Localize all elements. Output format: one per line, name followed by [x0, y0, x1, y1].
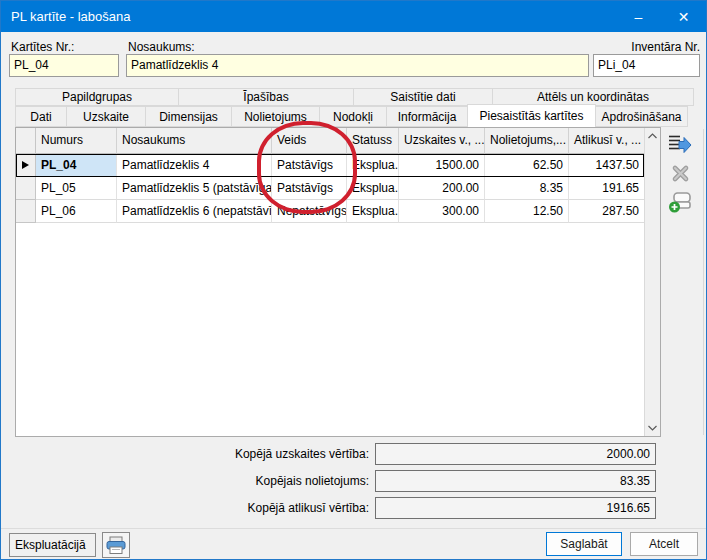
- minimize-icon: –: [635, 9, 643, 25]
- col-numurs[interactable]: Numurs: [36, 128, 117, 154]
- table-row[interactable]: PL_05 Pamatlīdzeklis 5 (patstāvīga) Pats…: [16, 177, 644, 200]
- inventory-nr-label: Inventāra Nr.: [593, 40, 700, 54]
- tab-papildgrupas[interactable]: Papildgrupas: [15, 88, 179, 106]
- tab-dati[interactable]: Dati: [15, 106, 67, 127]
- cell-nolietojums[interactable]: 8.35: [485, 177, 569, 200]
- tab-nodokli[interactable]: Nodokļi: [319, 106, 387, 127]
- minimize-button[interactable]: –: [616, 1, 661, 32]
- col-nosaukums[interactable]: Nosaukums: [117, 128, 272, 154]
- add-card-button[interactable]: [667, 190, 693, 214]
- name-label: Nosaukums:: [128, 40, 195, 54]
- tab-informacija[interactable]: Informācija: [386, 106, 468, 127]
- inventory-nr-field[interactable]: PLi_04: [593, 54, 700, 77]
- assign-from-list-button[interactable]: [667, 132, 693, 156]
- add-card-icon: [668, 191, 692, 214]
- table-row[interactable]: PL_06 Pamatlīdzeklis 6 (nepatstāvīga) Ne…: [16, 200, 644, 223]
- cell-nosaukums[interactable]: Pamatlīdzeklis 4: [117, 154, 272, 177]
- cell-numurs[interactable]: PL_06: [36, 200, 117, 223]
- cell-veids[interactable]: Patstāvīgs: [272, 154, 347, 177]
- cell-atlikusi[interactable]: 1437.50: [569, 154, 644, 177]
- cell-nolietojums[interactable]: 12.50: [485, 200, 569, 223]
- name-field[interactable]: Pamatlīdzeklis 4: [126, 54, 589, 77]
- col-nolietojums[interactable]: Nolietojums,...: [485, 128, 569, 154]
- scroll-up-button[interactable]: [645, 128, 660, 144]
- card-nr-field[interactable]: PL_04: [9, 54, 119, 77]
- close-icon: ✕: [678, 9, 690, 25]
- tab-ipasibas[interactable]: Īpašības: [178, 88, 354, 106]
- total-residual-value-field: 1916.65: [375, 497, 656, 519]
- row-selector-header: [16, 128, 36, 154]
- window-title: PL kartīte - labošana: [1, 9, 130, 24]
- cell-uzskaites[interactable]: 1500.00: [399, 154, 485, 177]
- total-depreciation-label: Kopējais nolietojums:: [9, 470, 369, 492]
- cell-statuss[interactable]: Eksplua...: [347, 200, 399, 223]
- row-selector-cell: [16, 200, 36, 223]
- cell-nolietojums[interactable]: 62.50: [485, 154, 569, 177]
- col-atlikusi-vertiba[interactable]: Atlikusī v., ...: [569, 128, 644, 154]
- total-book-value-field: 2000.00: [375, 443, 656, 465]
- linked-cards-grid: Numurs Nosaukums Veids Statuss Uzskaites…: [15, 127, 661, 437]
- list-arrow-icon: [668, 134, 692, 154]
- tab-apdrosinasana[interactable]: Apdrošināšana: [595, 106, 688, 127]
- scroll-down-button[interactable]: [645, 420, 660, 436]
- vertical-scrollbar[interactable]: [644, 128, 660, 436]
- tab-nolietojums[interactable]: Nolietojums: [231, 106, 320, 127]
- cell-statuss[interactable]: Eksplua...: [347, 154, 399, 177]
- cancel-button[interactable]: Atcelt: [630, 532, 698, 556]
- chevron-down-icon: [648, 425, 657, 431]
- cell-numurs[interactable]: PL_04: [36, 154, 117, 177]
- close-button[interactable]: ✕: [661, 1, 706, 32]
- print-button[interactable]: [102, 532, 130, 558]
- side-panel-divider: [703, 129, 704, 435]
- delete-row-button[interactable]: [667, 161, 693, 185]
- tab-dimensijas[interactable]: Dimensijas: [145, 106, 232, 127]
- cell-atlikusi[interactable]: 287.50: [569, 200, 644, 223]
- titlebar: PL kartīte - labošana – ✕: [1, 1, 706, 32]
- tab-piesaistitas-kartites[interactable]: Piesaistītās kartītes: [467, 104, 596, 127]
- save-button[interactable]: Saglabāt: [546, 532, 622, 556]
- footer-divider: [1, 528, 706, 529]
- table-row[interactable]: PL_04 Pamatlīdzeklis 4 Patstāvīgs Eksplu…: [16, 154, 644, 177]
- cell-veids[interactable]: Patstāvīgs: [272, 177, 347, 200]
- grid-header: Numurs Nosaukums Veids Statuss Uzskaites…: [16, 128, 644, 154]
- tab-uzskaite[interactable]: Uzskaite: [66, 106, 146, 127]
- cell-nosaukums[interactable]: Pamatlīdzeklis 6 (nepatstāvīga): [117, 200, 272, 223]
- dialog-pl-card-edit: PL kartīte - labošana – ✕ Kartītes Nr.: …: [0, 0, 707, 560]
- cell-nosaukums[interactable]: Pamatlīdzeklis 5 (patstāvīga): [117, 177, 272, 200]
- row-selector-cell: [16, 177, 36, 200]
- cell-atlikusi[interactable]: 191.65: [569, 177, 644, 200]
- printer-icon: [105, 536, 127, 555]
- total-depreciation-field: 83.35: [375, 470, 656, 492]
- cell-numurs[interactable]: PL_05: [36, 177, 117, 200]
- status-badge: Ekspluatācijā: [9, 533, 96, 557]
- row-selector-cell: [16, 154, 36, 177]
- total-book-value-label: Kopējā uzskaites vērtība:: [9, 443, 369, 465]
- chevron-up-icon: [648, 133, 657, 139]
- cell-uzskaites[interactable]: 200.00: [399, 177, 485, 200]
- current-row-arrow-icon: [22, 161, 29, 169]
- cell-veids[interactable]: Nepatstāvīgs: [272, 200, 347, 223]
- cell-statuss[interactable]: Eksplua...: [347, 177, 399, 200]
- delete-x-icon: [671, 164, 690, 183]
- total-residual-value-label: Kopējā atlikusī vērtība:: [9, 497, 369, 519]
- col-veids[interactable]: Veids: [272, 128, 347, 154]
- col-uzskaites-vertiba[interactable]: Uzskaites v., ...: [399, 128, 485, 154]
- cell-uzskaites[interactable]: 300.00: [399, 200, 485, 223]
- card-nr-label: Kartītes Nr.:: [11, 40, 74, 54]
- col-statuss[interactable]: Statuss: [347, 128, 399, 154]
